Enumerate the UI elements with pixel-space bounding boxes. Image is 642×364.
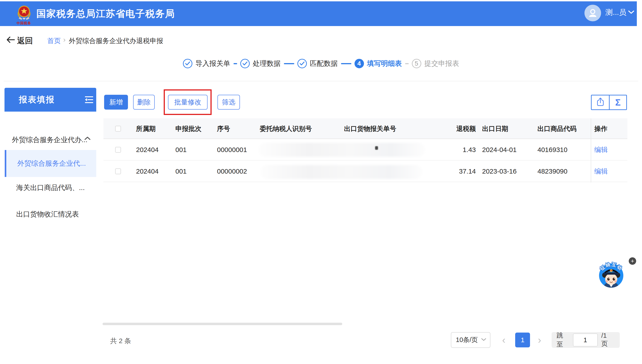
breadcrumb-separator: › (63, 36, 66, 44)
cell-batch: 001 (175, 139, 187, 160)
tax-bureau-logo-icon (17, 4, 32, 21)
detail-table: 所属期 申报批次 序号 委托纳税人识别号 出口货物报关单号 退税额 出口日期 出… (103, 118, 627, 182)
page-jump-group: 跳至 1 /1 页 (552, 332, 620, 348)
cell-refund: 1.43 (439, 139, 476, 160)
cell-batch: 001 (175, 160, 187, 182)
jump-page-input[interactable]: 1 (573, 334, 598, 346)
jump-to-label: 跳至 (557, 331, 569, 349)
step-4-label: 填写明细表 (367, 59, 402, 68)
edit-link[interactable]: 编辑 (594, 139, 608, 160)
breadcrumb-current: 外贸综合服务企业代办退税申报 (69, 36, 163, 46)
user-name[interactable]: 测...员 (605, 0, 626, 25)
top-bar: 中国税务 国家税务总局江苏省电子税务局 (0, 1, 637, 26)
cell-period: 202404 (136, 160, 158, 182)
delete-button[interactable]: 删除 (133, 95, 155, 110)
user-avatar[interactable] (584, 5, 601, 21)
row-checkbox[interactable] (115, 147, 121, 153)
chevron-up-icon[interactable] (84, 136, 91, 142)
sidebar-item-customs-codes[interactable]: 海关出口商品代码、... (16, 183, 85, 192)
col-taxpayer-id: 委托纳税人识别号 (260, 118, 312, 139)
step-3-label: 匹配数据 (310, 59, 338, 68)
active-indicator (5, 150, 6, 177)
table-header-row: 所属期 申报批次 序号 委托纳税人识别号 出口货物报关单号 退税额 出口日期 出… (103, 118, 627, 139)
site-title: 国家税务总局江苏省电子税务局 (37, 1, 175, 26)
chevron-down-icon[interactable] (628, 10, 634, 15)
page-size-value: 10条/页 (456, 336, 478, 344)
step-5-number: 5 (412, 59, 421, 68)
cell-refund: 37.14 (439, 160, 476, 182)
cell-period: 202404 (136, 139, 158, 160)
step-connector (284, 63, 294, 64)
page-size-select[interactable]: 10条/页 (451, 332, 490, 348)
batch-edit-button[interactable]: 批量修改 (168, 95, 207, 110)
step-5-label: 提交申报表 (424, 59, 459, 68)
chevron-down-icon (481, 338, 486, 342)
prev-page-button[interactable]: ‹ (502, 332, 506, 348)
cell-seq: 00000002 (217, 160, 247, 182)
export-icon (596, 98, 605, 107)
sidebar-item-label: 外贸综合服务企业代... (17, 150, 86, 177)
page: 中国税务 国家税务总局江苏省电子税务局 测...员 返回 首页 › 外贸综合服务… (0, 0, 642, 364)
table-tools: Σ (591, 95, 627, 110)
step-3-check-icon (297, 59, 307, 68)
edit-link[interactable]: 编辑 (594, 160, 608, 182)
horizontal-scrollbar-thumb[interactable] (103, 323, 342, 325)
current-page-button[interactable]: 1 (515, 332, 530, 348)
section-divider (4, 81, 638, 81)
back-arrow-icon[interactable] (6, 36, 15, 44)
col-batch: 申报批次 (175, 118, 201, 139)
logo-caption: 中国税务 (13, 21, 35, 25)
step-4-number: 4 (354, 59, 364, 68)
next-page-button[interactable]: › (538, 332, 541, 348)
cell-commodity-code: 48239090 (537, 160, 567, 182)
table-row: 202404 001 00000002 37.14 2023-03-16 482… (103, 160, 627, 182)
total-pages: /1 页 (601, 332, 615, 348)
table-row: 202404 001 00000001 1.43 2024-04-01 4016… (103, 139, 627, 160)
step-2-label: 处理数据 (253, 59, 281, 68)
step-1-check-icon (183, 59, 192, 68)
action-column-divider (591, 118, 591, 182)
redacted-taxpayer-id (259, 143, 425, 157)
step-connector (405, 63, 408, 64)
col-period: 所属期 (136, 118, 156, 139)
sidebar-group-label[interactable]: 外贸综合服务企业代办... (12, 135, 87, 144)
add-button[interactable]: 新增 (104, 95, 128, 110)
sidebar-title: 报表填报 (19, 88, 55, 112)
mascot-expand-button[interactable]: + (629, 257, 636, 265)
step-indicator: 导入报关单 处理数据 匹配数据 4 填写明细表 5 提交申报表 (183, 59, 459, 68)
col-action: 操作 (594, 118, 607, 139)
step-2-check-icon (240, 59, 250, 68)
col-seq: 序号 (217, 118, 230, 139)
select-all-checkbox[interactable] (115, 126, 121, 132)
cell-commodity-code: 40169310 (537, 139, 567, 160)
col-refund: 退税额 (439, 118, 476, 139)
menu-fold-icon[interactable] (84, 95, 94, 105)
sidebar-item-export-receipts[interactable]: 出口货物收汇情况表 (16, 210, 79, 219)
col-commodity-code: 出口商品代码 (537, 118, 577, 139)
sidebar-header: 报表填报 (5, 88, 96, 112)
total-count: 共 2 条 (110, 336, 131, 346)
cell-seq: 00000001 (217, 139, 247, 160)
summary-button[interactable]: Σ (609, 96, 626, 109)
mascot-icon: 征纳互动 (597, 261, 625, 288)
step-connector (234, 63, 237, 64)
col-declaration-no: 出口货物报关单号 (344, 118, 396, 139)
assistant-mascot-button[interactable]: 征纳互动 (597, 261, 625, 288)
sigma-icon: Σ (615, 98, 621, 108)
breadcrumb-home[interactable]: 首页 (47, 36, 61, 46)
redacted-taxpayer-id (260, 165, 422, 179)
cell-export-date: 2023-03-16 (482, 160, 517, 182)
redaction-mark (375, 146, 378, 150)
sidebar-item-active[interactable]: 外贸综合服务企业代... (5, 150, 96, 177)
step-connector (341, 63, 351, 64)
plus-icon: + (631, 258, 634, 264)
col-export-date: 出口日期 (482, 118, 508, 139)
person-icon (587, 7, 599, 19)
step-1-label: 导入报关单 (195, 59, 230, 68)
filter-button[interactable]: 筛选 (218, 95, 240, 110)
export-button[interactable] (592, 96, 609, 109)
row-checkbox[interactable] (115, 168, 121, 174)
cell-export-date: 2024-04-01 (482, 139, 517, 160)
back-button[interactable]: 返回 (17, 36, 33, 46)
